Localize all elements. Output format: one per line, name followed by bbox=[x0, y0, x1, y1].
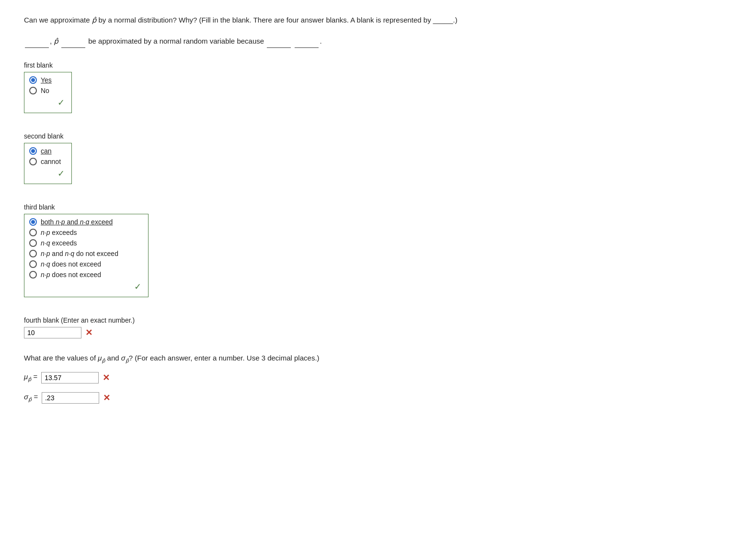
first-blank-label: first blank bbox=[24, 61, 732, 69]
third-blank-checkmark: ✓ bbox=[29, 281, 141, 292]
fourth-blank-error-icon: ✕ bbox=[85, 327, 92, 338]
main-content: Can we approximate p̂ by a normal distri… bbox=[24, 14, 732, 404]
third-blank-nq-exceeds-radio[interactable] bbox=[29, 239, 37, 247]
third-blank-both-option[interactable]: both n·p and n·q exceed bbox=[29, 218, 141, 226]
mu-row: μp̂ = ✕ bbox=[24, 372, 732, 384]
sigma-input[interactable] bbox=[42, 392, 99, 404]
third-blank-np-nq-not-option[interactable]: n·p and n·q do not exceed bbox=[29, 250, 141, 257]
third-blank-nq-exceeds-option[interactable]: n·q exceeds bbox=[29, 239, 141, 247]
blank-placeholder-3 bbox=[267, 35, 291, 48]
third-blank-np-not-label: n·p does not exceed bbox=[41, 271, 101, 279]
third-blank-section: third blank both n·p and n·q exceed n·p … bbox=[24, 203, 732, 306]
first-blank-no-option[interactable]: No bbox=[29, 87, 65, 94]
blank-placeholder-1 bbox=[25, 35, 49, 48]
first-blank-box: Yes No ✓ bbox=[24, 72, 72, 113]
checkmark-icon-1: ✓ bbox=[57, 97, 65, 108]
sigma-row: σp̂ = ✕ bbox=[24, 392, 732, 404]
first-blank-section: first blank Yes No ✓ bbox=[24, 61, 732, 122]
blank-placeholder-4 bbox=[295, 35, 319, 48]
third-blank-np-exceeds-option[interactable]: n·p exceeds bbox=[29, 229, 141, 236]
fourth-blank-label: fourth blank (Enter an exact number.) bbox=[24, 316, 732, 324]
third-blank-label: third blank bbox=[24, 203, 732, 211]
second-blank-can-radio[interactable] bbox=[29, 147, 37, 155]
second-blank-label: second blank bbox=[24, 132, 732, 140]
second-blank-cannot-radio[interactable] bbox=[29, 158, 37, 165]
third-blank-nq-not-label: n·q does not exceed bbox=[41, 260, 101, 268]
mu-input[interactable] bbox=[41, 372, 99, 384]
third-blank-nq-not-option[interactable]: n·q does not exceed bbox=[29, 260, 141, 268]
values-question-text: What are the values of μp̂ and σp̂? (For… bbox=[24, 352, 732, 365]
second-blank-cannot-label: cannot bbox=[41, 158, 61, 165]
blank-placeholder-2 bbox=[61, 35, 85, 48]
second-blank-section: second blank can cannot ✓ bbox=[24, 132, 732, 193]
fourth-blank-input-row: ✕ bbox=[24, 327, 732, 338]
third-blank-np-nq-not-label: n·p and n·q do not exceed bbox=[41, 250, 118, 257]
third-blank-np-exceeds-label: n·p exceeds bbox=[41, 229, 77, 236]
sigma-label: σp̂ = bbox=[24, 393, 38, 403]
fill-line: , p̂ be approximated by a normal random … bbox=[24, 35, 732, 48]
question-text: Can we approximate p̂ by a normal distri… bbox=[24, 14, 732, 26]
fourth-blank-section: fourth blank (Enter an exact number.) ✕ bbox=[24, 316, 732, 338]
first-blank-no-label: No bbox=[41, 87, 49, 94]
sigma-error-icon: ✕ bbox=[103, 393, 110, 403]
third-blank-np-not-radio[interactable] bbox=[29, 271, 37, 279]
second-blank-can-option[interactable]: can bbox=[29, 147, 65, 155]
second-blank-can-label: can bbox=[41, 147, 52, 155]
third-blank-np-not-option[interactable]: n·p does not exceed bbox=[29, 271, 141, 279]
second-blank-box: can cannot ✓ bbox=[24, 143, 72, 184]
third-blank-both-radio[interactable] bbox=[29, 218, 37, 226]
mu-label: μp̂ = bbox=[24, 372, 37, 383]
mu-error-icon: ✕ bbox=[103, 372, 110, 383]
first-blank-yes-option[interactable]: Yes bbox=[29, 76, 65, 84]
third-blank-nq-not-radio[interactable] bbox=[29, 260, 37, 268]
first-blank-checkmark: ✓ bbox=[29, 97, 65, 108]
second-blank-checkmark: ✓ bbox=[29, 168, 65, 179]
third-blank-box: both n·p and n·q exceed n·p exceeds n·q … bbox=[24, 214, 149, 297]
third-blank-nq-exceeds-label: n·q exceeds bbox=[41, 239, 77, 247]
first-blank-yes-label: Yes bbox=[41, 76, 52, 84]
first-blank-yes-radio[interactable] bbox=[29, 76, 37, 84]
second-blank-cannot-option[interactable]: cannot bbox=[29, 158, 65, 165]
checkmark-icon-2: ✓ bbox=[57, 168, 65, 179]
third-blank-np-exceeds-radio[interactable] bbox=[29, 229, 37, 236]
third-blank-both-label: both n·p and n·q exceed bbox=[41, 218, 113, 226]
third-blank-np-nq-not-radio[interactable] bbox=[29, 250, 37, 257]
fourth-blank-input[interactable] bbox=[24, 327, 81, 338]
checkmark-icon-3: ✓ bbox=[134, 281, 141, 292]
first-blank-no-radio[interactable] bbox=[29, 87, 37, 94]
